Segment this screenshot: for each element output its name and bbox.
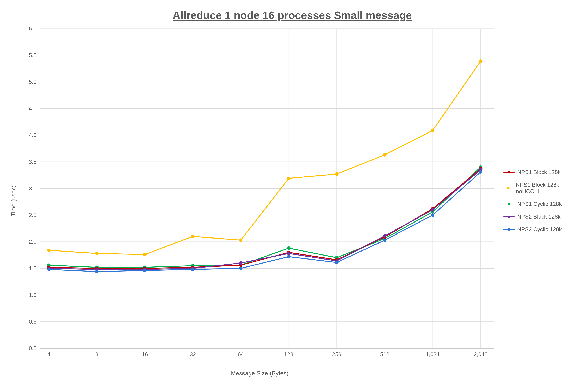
legend-swatch — [503, 172, 515, 173]
y-axis-label-wrap: Time (usec) — [7, 25, 20, 377]
series-line — [49, 167, 481, 267]
series-marker — [239, 238, 242, 242]
series-marker — [287, 255, 290, 258]
series-marker — [383, 238, 386, 242]
series-marker — [47, 268, 50, 271]
series-marker — [143, 269, 147, 272]
chart-frame: Allreduce 1 node 16 processes Small mess… — [0, 0, 588, 384]
legend-swatch — [503, 188, 513, 189]
series-marker — [383, 234, 386, 237]
y-tick-label: 1.5 — [29, 265, 36, 271]
y-tick-label: 5.0 — [29, 79, 36, 85]
y-tick-label: 6.0 — [29, 25, 36, 32]
y-tick-label: 2.5 — [29, 212, 36, 218]
x-tick-label: 128 — [284, 351, 293, 357]
y-tick-label: 3.0 — [29, 185, 36, 192]
legend-label: NPS1 Block 128k — [517, 169, 561, 175]
legend-swatch — [503, 216, 515, 217]
legend-swatch — [503, 204, 515, 204]
y-tick-label: 4.0 — [29, 132, 36, 138]
chart-body: Time (usec) 0.00.51.01.52.02.53.03.54.04… — [7, 25, 577, 377]
series-marker — [383, 153, 386, 156]
x-tick-label: 2,048 — [474, 351, 487, 357]
y-tick-label: 2.0 — [29, 238, 36, 245]
series-marker — [287, 247, 290, 250]
x-tick-label: 64 — [238, 351, 244, 357]
y-tick-label: 5.5 — [29, 52, 36, 58]
series-line — [49, 170, 481, 269]
x-tick-label: 16 — [142, 351, 148, 357]
legend-label: NPS1 Block 128k noHCOLL — [516, 182, 577, 194]
legend-label: NPS1 Cyclic 128k — [517, 201, 562, 207]
series-marker — [191, 235, 194, 238]
legend-item: NPS1 Cyclic 128k — [503, 201, 577, 207]
plot-area: 0.00.51.01.52.02.53.03.54.04.55.05.56.04… — [20, 25, 500, 369]
x-axis-label: Message Size (Bytes) — [20, 370, 500, 377]
series-marker — [287, 252, 290, 255]
series-marker — [431, 213, 434, 217]
series-marker — [239, 267, 242, 270]
series-marker — [287, 177, 290, 180]
series-marker — [143, 253, 147, 256]
y-tick-label: 3.5 — [29, 158, 36, 165]
y-tick-label: 0.0 — [29, 345, 36, 351]
series-marker — [335, 261, 338, 264]
x-tick-label: 8 — [95, 351, 99, 357]
plot-column: 0.00.51.01.52.02.53.03.54.04.55.05.56.04… — [20, 25, 500, 377]
legend-item: NPS2 Block 128k — [503, 213, 577, 220]
x-tick-label: 256 — [332, 351, 341, 357]
series-marker — [479, 59, 482, 63]
x-tick-label: 512 — [380, 351, 389, 357]
series-marker — [431, 129, 434, 132]
legend-item: NPS1 Block 128k noHCOLL — [503, 182, 577, 194]
series-marker — [95, 252, 99, 255]
legend-swatch — [503, 229, 515, 230]
series-marker — [431, 208, 434, 211]
legend-label: NPS2 Block 128k — [517, 213, 561, 220]
series-marker — [479, 170, 482, 173]
series-marker — [191, 268, 194, 271]
series-line — [49, 61, 481, 254]
chart-title: Allreduce 1 node 16 processes Small mess… — [7, 9, 577, 21]
x-tick-label: 4 — [47, 351, 50, 357]
y-tick-label: 4.5 — [29, 105, 36, 112]
y-tick-label: 0.5 — [29, 318, 36, 325]
legend-item: NPS1 Block 128k — [503, 169, 577, 175]
x-tick-label: 32 — [190, 351, 196, 357]
y-axis-label: Time (usec) — [10, 185, 17, 216]
legend-item: NPS2 Cyclic 128k — [503, 226, 577, 232]
series-marker — [239, 261, 242, 265]
y-tick-label: 1.0 — [29, 292, 36, 298]
legend: NPS1 Block 128kNPS1 Block 128k noHCOLLNP… — [500, 25, 577, 377]
series-marker — [47, 249, 50, 252]
series-marker — [95, 270, 99, 273]
series-marker — [335, 173, 338, 176]
x-tick-label: 1,024 — [426, 351, 440, 357]
legend-label: NPS2 Cyclic 128k — [517, 226, 562, 232]
